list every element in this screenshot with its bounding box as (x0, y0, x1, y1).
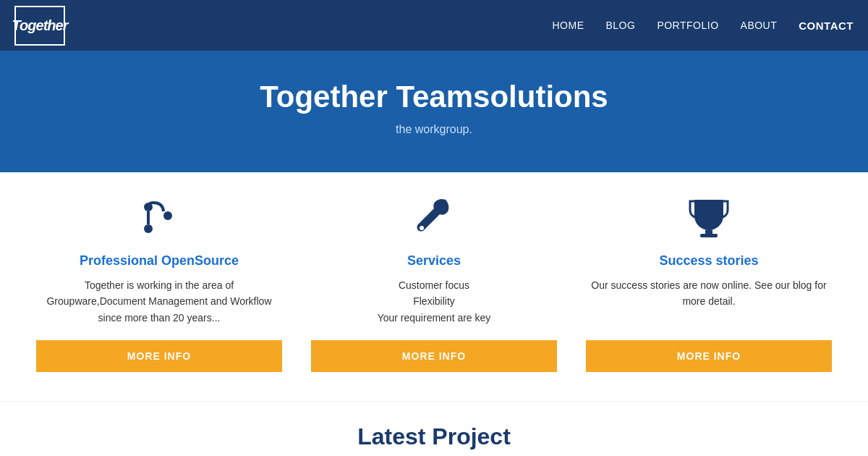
wrench-icon (412, 194, 456, 243)
feature-success-desc: Our success stories are now online. See … (586, 277, 832, 326)
hero-subtitle: the workgroup. (14, 123, 854, 136)
logo[interactable]: Together (14, 6, 65, 46)
navigation: HOME BLOG PORTFOLIO ABOUT CONTACT (552, 20, 854, 32)
feature-success: Success stories Our success stories are … (571, 194, 846, 387)
feature-services-title: Services (407, 253, 461, 269)
feature-success-button[interactable]: MORE INFO (586, 340, 832, 372)
feature-success-title: Success stories (659, 253, 758, 269)
feature-open-source-title: Professional OpenSource (80, 253, 239, 269)
svg-rect-6 (700, 234, 718, 237)
nav-contact[interactable]: CONTACT (799, 20, 854, 32)
feature-services-button[interactable]: MORE INFO (311, 340, 557, 372)
nav-portfolio[interactable]: PORTFOLIO (657, 20, 718, 31)
hero-section: Together Teamsolutions the workgroup. (0, 51, 868, 172)
trophy-icon (687, 194, 731, 243)
svg-point-0 (144, 224, 153, 233)
nav-blog[interactable]: BLOG (605, 20, 635, 31)
hero-title: Together Teamsolutions (14, 80, 854, 114)
svg-point-2 (163, 211, 172, 220)
header: Together HOME BLOG PORTFOLIO ABOUT CONTA… (0, 0, 868, 51)
git-icon (137, 194, 181, 243)
logo-text: Together (12, 17, 68, 34)
features-section: Professional OpenSource Together is work… (0, 172, 868, 402)
feature-services-desc: Customer focusFlexibilityYour requiremen… (378, 277, 491, 326)
nav-home[interactable]: HOME (552, 20, 584, 31)
latest-projects-title: Latest Project (0, 423, 868, 450)
feature-open-source: Professional OpenSource Together is work… (22, 194, 297, 387)
nav-about[interactable]: ABOUT (741, 20, 778, 31)
feature-open-source-desc: Together is working in the area of Group… (36, 277, 282, 326)
svg-point-4 (420, 226, 424, 230)
latest-projects-section: Latest Project PaaS & FaaS Templates for… (0, 402, 868, 456)
feature-open-source-button[interactable]: MORE INFO (36, 340, 282, 372)
feature-services: Services Customer focusFlexibilityYour r… (297, 194, 571, 387)
